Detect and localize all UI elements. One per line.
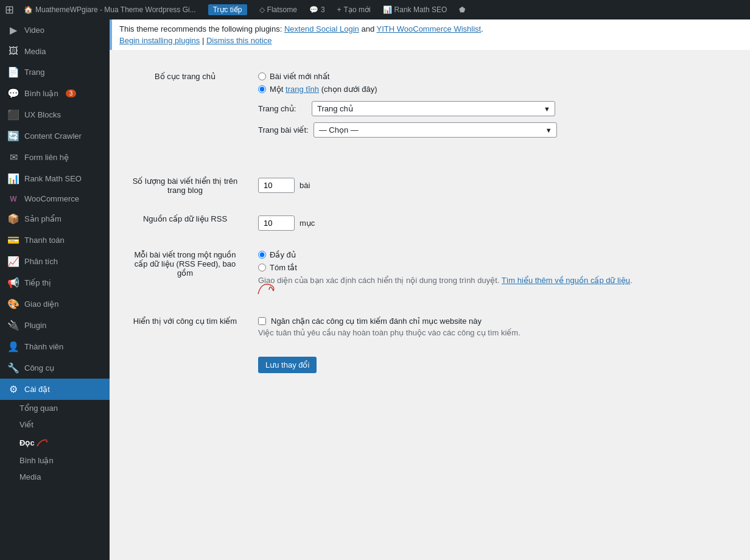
sidebar-item-san-pham[interactable]: 📦 Sản phẩm: [0, 208, 110, 229]
plugin-notice: This theme recommends the following plug…: [110, 19, 750, 50]
rss-feed-radio2[interactable]: [258, 264, 266, 271]
search-desc: Việc tuân thủ yêu cầu này hoàn toàn phụ …: [258, 328, 729, 337]
topbar-comments[interactable]: 💬 3: [307, 5, 328, 14]
sidebar-item-video[interactable]: ▶ Video: [0, 19, 110, 41]
sidebar-item-label: UX Blocks: [24, 110, 61, 119]
posts-page-select[interactable]: — Chọn —: [314, 122, 557, 138]
layout-option2: Một trang tĩnh (chọn dưới đây): [258, 85, 729, 94]
sidebar-item-thanh-vien[interactable]: 👤 Thành viên: [0, 336, 110, 357]
submenu-label: Viết: [19, 420, 33, 429]
sidebar-item-media[interactable]: 🖼 Media: [0, 41, 110, 61]
tools-icon: 🔧: [7, 362, 19, 374]
sidebar-item-label: Rank Math SEO: [24, 174, 82, 183]
sidebar: ▶ Video 🖼 Media 📄 Trang 💬 Bình luận 3 ⬛ …: [0, 19, 110, 560]
sidebar-item-binh-luan[interactable]: 💬 Bình luận 3: [0, 83, 110, 104]
analytics-icon: 📈: [7, 256, 19, 267]
payment-icon: 💳: [7, 234, 19, 246]
sidebar-item-label: Plugin: [24, 321, 46, 330]
user-icon: 👤: [7, 341, 19, 352]
sidebar-item-tiep-thi[interactable]: 📢 Tiếp thị: [0, 272, 110, 293]
submenu-doc[interactable]: Đọc: [0, 433, 110, 452]
submenu-tong-quan[interactable]: Tổng quan: [0, 400, 110, 416]
layout-option1-label[interactable]: Bài viết mới nhất: [270, 72, 329, 81]
topbar-theme[interactable]: ◇ Flatsome: [257, 5, 300, 14]
sidebar-item-label: Công cụ: [24, 363, 54, 373]
sidebar-item-giao-dien[interactable]: 🎨 Giao diện: [0, 293, 110, 315]
layout-option2-label[interactable]: Một trang tĩnh (chọn dưới đây): [270, 85, 377, 94]
settings-form-table: Bố cục trang chủ Bài viết mới nhất Một: [124, 62, 735, 383]
sidebar-item-label: WooCommerce: [24, 194, 79, 203]
sidebar-item-form[interactable]: ✉ Form liên hệ: [0, 147, 110, 168]
plugin1-link[interactable]: Nextend Social Login: [284, 24, 359, 33]
chart-icon: 📊: [383, 5, 392, 14]
layout-row: Bố cục trang chủ Bài viết mới nhất Một: [124, 62, 735, 147]
search-option: Ngăn chặn các công cụ tìm kiếm đánh chỉ …: [258, 317, 729, 326]
sidebar-item-ux-blocks[interactable]: ⬛ UX Blocks: [0, 104, 110, 125]
homepage-select-row: Trang chủ: Trang chủ ▼: [258, 101, 729, 116]
blog-count-row: Số lượng bài viết hiển thị trên trang bl…: [124, 167, 735, 205]
topbar-new[interactable]: + Tạo mới: [335, 5, 373, 14]
sidebar-item-label: Media: [24, 47, 46, 56]
topbar-help[interactable]: ⬟: [457, 5, 468, 14]
woo-icon: W: [7, 195, 19, 203]
static-page-link[interactable]: trang tĩnh: [286, 85, 319, 94]
layout-label: Bố cục trang chủ: [155, 72, 216, 81]
search-option-label[interactable]: Ngăn chặn các công cụ tìm kiếm đánh chỉ …: [271, 317, 482, 326]
topbar-site[interactable]: 🏠 MuathemeWPgiare - Mua Theme Wordpress …: [21, 5, 198, 14]
submenu-viet[interactable]: Viết: [0, 416, 110, 433]
sidebar-item-label: Cài đặt: [24, 385, 50, 394]
rss-feed-option1-label[interactable]: Đầy đủ: [270, 250, 296, 259]
dismiss-notice-link[interactable]: Dismiss this notice: [206, 36, 272, 45]
sidebar-item-thanh-toan[interactable]: 💳 Thanh toán: [0, 229, 110, 251]
save-row: Lưu thay đổi: [124, 347, 735, 383]
submenu-label: Media: [19, 472, 41, 481]
sidebar-item-cai-dat[interactable]: ⚙ Cài đặt: [0, 379, 110, 400]
rss-feed-option2: Tóm tắt: [258, 263, 729, 272]
sidebar-item-label: Tiếp thị: [24, 278, 51, 287]
posts-page-select-wrap: — Chọn — ▼: [314, 122, 557, 138]
sidebar-item-cong-cu[interactable]: 🔧 Công cụ: [0, 357, 110, 379]
install-plugins-link[interactable]: Begin installing plugins: [119, 36, 200, 45]
layout-radio2[interactable]: [258, 85, 266, 93]
rss-feed-radio1[interactable]: [258, 251, 266, 259]
sidebar-item-phan-tich[interactable]: 📈 Phân tích: [0, 251, 110, 272]
rss-feed-option1: Đầy đủ: [258, 250, 729, 259]
submenu-media[interactable]: Media: [0, 469, 110, 485]
comment-badge: 3: [66, 89, 77, 97]
sidebar-item-woocommerce[interactable]: W WooCommerce: [0, 189, 110, 208]
rss-row: Nguồn cấp dữ liệu RSS mục: [124, 205, 735, 240]
form-icon: ✉: [7, 152, 19, 163]
sidebar-item-label: Content Crawler: [24, 131, 82, 141]
sidebar-item-label: Phân tích: [24, 257, 58, 266]
layout-radio1[interactable]: [258, 72, 266, 80]
search-checkbox[interactable]: [258, 317, 266, 325]
submenu-label: Tổng quan: [19, 404, 58, 413]
rss-feed-label: Mỗi bài viết trong một nguồn cấp dữ liệu…: [134, 250, 236, 278]
comment-icon: 💬: [7, 88, 19, 99]
search-row: Hiển thị với công cụ tìm kiếm Ngăn chặn …: [124, 307, 735, 347]
blog-count-suffix: bài: [300, 181, 310, 190]
wp-logo[interactable]: ⊞: [5, 3, 14, 16]
submenu-binh-luan[interactable]: Bình luận: [0, 452, 110, 469]
submenu-label: Đọc: [19, 438, 35, 447]
plugin2-link[interactable]: YITH WooCommerce Wishlist: [377, 24, 482, 33]
rss-feed-option2-label[interactable]: Tóm tắt: [270, 263, 297, 272]
topbar-seo[interactable]: 📊 Rank Math SEO: [380, 5, 450, 14]
sidebar-item-content-crawler[interactable]: 🔄 Content Crawler: [0, 125, 110, 147]
topbar: ⊞ 🏠 MuathemeWPgiare - Mua Theme Wordpres…: [0, 0, 750, 19]
save-button[interactable]: Lưu thay đổi: [258, 357, 317, 373]
sidebar-item-trang[interactable]: 📄 Trang: [0, 61, 110, 83]
homepage-select[interactable]: Trang chủ: [312, 101, 555, 116]
submenu-label: Bình luận: [19, 456, 54, 465]
blog-count-input[interactable]: [258, 178, 295, 193]
settings-icon: ⚙: [7, 383, 19, 395]
notice-text: This theme recommends the following plug…: [119, 24, 743, 33]
sidebar-item-plugin[interactable]: 🔌 Plugin: [0, 315, 110, 336]
topbar-live[interactable]: Trực tiếp: [206, 4, 250, 15]
sidebar-item-label: Thanh toán: [24, 236, 65, 245]
homepage-label: Trang chủ:: [258, 104, 307, 113]
diamond-icon: ◇: [259, 5, 265, 14]
theme-icon: 🎨: [7, 298, 19, 310]
sidebar-item-rank-math[interactable]: 📊 Rank Math SEO: [0, 168, 110, 189]
rss-input[interactable]: [258, 215, 295, 231]
